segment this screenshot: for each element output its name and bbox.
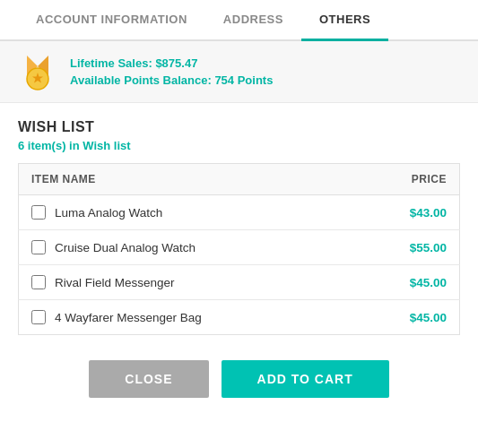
medal-icon [18, 52, 57, 91]
table-row: 4 Wayfarer Messenger Bag$45.00 [19, 300, 460, 335]
item-name-label: Cruise Dual Analog Watch [55, 241, 196, 254]
tab-others[interactable]: Others [301, 0, 388, 41]
table-row: Luma Analog Watch$43.00 [19, 195, 460, 230]
tab-address[interactable]: Address [205, 0, 301, 41]
item-name-label: Luma Analog Watch [55, 206, 162, 220]
wishlist-section: WISH LIST 6 item(s) in Wish list Item Na… [0, 103, 478, 344]
item-price-cell: $43.00 [352, 195, 459, 230]
item-checkbox[interactable] [31, 205, 46, 220]
close-button[interactable]: CLOSE [89, 360, 208, 398]
account-summary-bar: Lifetime Sales: $875.47 Available Points… [0, 41, 478, 103]
account-info: Lifetime Sales: $875.47 Available Points… [70, 56, 273, 87]
item-name-label: 4 Wayfarer Messenger Bag [55, 311, 202, 324]
table-row: Cruise Dual Analog Watch$55.00 [19, 230, 460, 265]
add-to-cart-button[interactable]: ADD TO CART [222, 360, 389, 398]
lifetime-sales-value: $875.47 [155, 56, 197, 70]
points-balance-line: Available Points Balance: 754 Points [70, 73, 273, 87]
tab-bar: Account Information Address Others [0, 0, 478, 41]
column-header-item-name: Item Name [19, 164, 353, 195]
item-checkbox[interactable] [31, 275, 46, 289]
item-price-cell: $45.00 [352, 265, 459, 300]
item-name-label: Rival Field Messenger [55, 276, 175, 289]
wishlist-count-number: 6 [18, 139, 24, 152]
item-checkbox[interactable] [31, 240, 46, 254]
item-checkbox[interactable] [31, 310, 46, 324]
item-name-cell: Cruise Dual Analog Watch [19, 230, 353, 265]
item-price-cell: $45.00 [352, 300, 459, 335]
wishlist-table: Item Name Price Luma Analog Watch$43.00C… [18, 163, 460, 335]
lifetime-sales-line: Lifetime Sales: $875.47 [70, 56, 273, 70]
points-balance-label: Available Points Balance: [70, 73, 212, 87]
item-price-cell: $55.00 [352, 230, 459, 265]
lifetime-sales-label: Lifetime Sales: [70, 56, 152, 70]
wishlist-title: WISH LIST [18, 119, 460, 135]
tab-account-information[interactable]: Account Information [18, 0, 205, 41]
item-name-cell: 4 Wayfarer Messenger Bag [19, 300, 353, 335]
item-name-cell: Rival Field Messenger [19, 265, 353, 300]
wishlist-count-suffix: item(s) in Wish list [28, 139, 131, 152]
table-row: Rival Field Messenger$45.00 [19, 265, 460, 300]
item-name-cell: Luma Analog Watch [19, 195, 353, 230]
column-header-price: Price [352, 164, 459, 195]
wishlist-count: 6 item(s) in Wish list [18, 139, 460, 152]
points-balance-value: 754 Points [214, 73, 273, 87]
button-bar: CLOSE ADD TO CART [0, 344, 478, 416]
table-header-row: Item Name Price [19, 164, 460, 195]
